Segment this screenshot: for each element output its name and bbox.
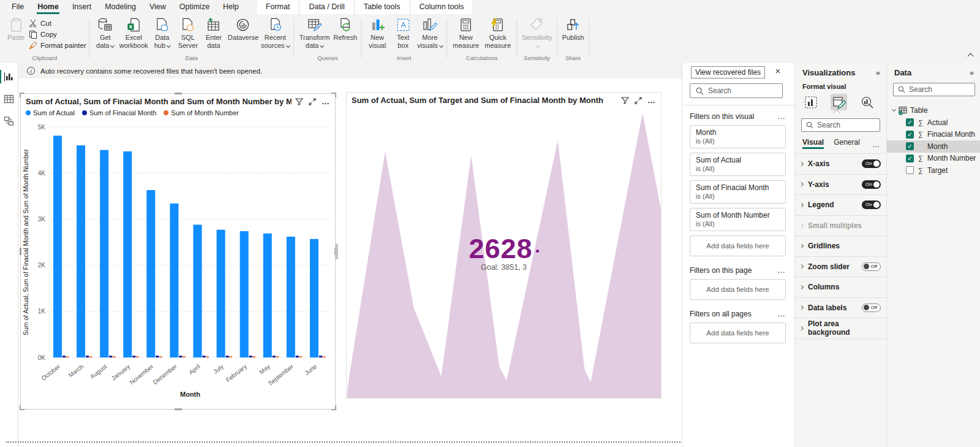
report-canvas[interactable]: Sum of Actual, Sum of Finacial Month and… xyxy=(18,78,682,447)
get-data-button[interactable]: Get data xyxy=(92,14,118,50)
group-label-sensitivity: Sensitivity xyxy=(520,54,554,63)
data-labels-toggle[interactable]: Off xyxy=(862,304,881,312)
tab-column-tools[interactable]: Column tools xyxy=(411,0,473,14)
dataverse-button[interactable]: Dataverse xyxy=(227,14,260,42)
new-visual-button[interactable]: New visual xyxy=(364,14,390,50)
field-month[interactable]: ✓ Month xyxy=(887,140,980,153)
analytics-icon[interactable] xyxy=(859,94,875,110)
tab-modeling[interactable]: Modeling xyxy=(98,0,143,14)
close-icon[interactable]: × xyxy=(772,66,783,76)
format-row-plot-area-background[interactable]: Plot area background xyxy=(795,318,886,339)
selection-handle[interactable] xyxy=(331,93,336,97)
format-row-x-axis[interactable]: X-axis On xyxy=(795,154,886,175)
tab-table-tools[interactable]: Table tools xyxy=(355,0,409,14)
format-painter-button[interactable]: Format painter xyxy=(29,41,86,50)
collapse-ribbon-icon[interactable] xyxy=(968,53,974,59)
selection-handle[interactable] xyxy=(20,405,24,410)
format-row-gridlines[interactable]: Gridlines xyxy=(795,236,886,257)
more-options-icon[interactable]: … xyxy=(872,140,880,149)
more-options-icon[interactable]: … xyxy=(777,268,786,273)
field-finacial-month[interactable]: ✓ ∑ Finacial Month xyxy=(887,129,980,141)
build-visual-icon[interactable] xyxy=(802,94,819,110)
view-recovered-files-button[interactable]: View recovered files xyxy=(691,66,765,78)
publish-button[interactable]: Publish xyxy=(560,14,586,42)
field-actual[interactable]: ✓ ∑ Actual xyxy=(887,117,980,129)
recent-sources-button[interactable]: Recent sources xyxy=(260,14,291,50)
checkbox-checked-icon[interactable]: ✓ xyxy=(906,131,914,139)
checkbox-unchecked-icon[interactable] xyxy=(906,166,914,174)
transform-data-button[interactable]: Transform data xyxy=(297,14,333,50)
format-row-zoom-slider[interactable]: Zoom slider Off xyxy=(795,257,886,278)
selection-handle[interactable] xyxy=(175,408,182,410)
filter-card-sum-of-actual[interactable]: Sum of Actual is (All) xyxy=(690,153,786,176)
format-row-y-axis[interactable]: Y-axis On xyxy=(795,175,886,196)
tab-general[interactable]: General xyxy=(834,138,860,149)
format-search-input[interactable]: Search xyxy=(801,118,880,132)
tab-visual[interactable]: Visual xyxy=(802,138,824,149)
visual-resize-grip[interactable] xyxy=(335,243,338,259)
format-row-data-labels[interactable]: Data labels Off xyxy=(795,298,886,319)
text-box-button[interactable]: A Text box xyxy=(390,14,416,50)
add-data-fields-dropzone[interactable]: Add data fields here xyxy=(690,279,786,300)
sidebar-item-report-view[interactable] xyxy=(0,68,18,85)
visualizations-pane: Visualizations » Format visual Search Vi… xyxy=(794,63,886,447)
bar-chart-visual[interactable]: Sum of Actual, Sum of Finacial Month and… xyxy=(20,93,336,410)
enter-data-button[interactable]: Enter data xyxy=(201,14,227,50)
selection-handle[interactable] xyxy=(20,93,24,97)
focus-mode-icon[interactable] xyxy=(309,98,316,105)
data-search-input[interactable]: Search xyxy=(893,83,975,96)
checkbox-checked-icon[interactable]: ✓ xyxy=(906,142,914,150)
add-data-fields-dropzone[interactable]: Add data fields here xyxy=(690,323,786,343)
data-hub-button[interactable]: Data hub xyxy=(149,14,175,50)
filter-card-month[interactable]: Month is (All) xyxy=(690,125,786,148)
sql-server-button[interactable]: SQL Server xyxy=(175,14,201,50)
filter-card-sum-of-month-number[interactable]: Sum of Month Number is (All) xyxy=(690,208,786,231)
new-measure-button[interactable]: New measure xyxy=(450,14,482,50)
tab-help[interactable]: Help xyxy=(216,0,246,14)
tab-optimize[interactable]: Optimize xyxy=(173,0,216,14)
excel-workbook-button[interactable]: Excel workbook xyxy=(118,14,149,50)
selection-handle[interactable] xyxy=(175,93,182,94)
filters-search-input[interactable]: Search xyxy=(690,83,783,98)
filter-icon[interactable] xyxy=(295,98,303,105)
kpi-visual[interactable]: Sum of Actual, Sum of Target and Sum of … xyxy=(346,92,662,399)
more-options-icon[interactable]: … xyxy=(322,99,330,104)
checkbox-checked-icon[interactable]: ✓ xyxy=(906,155,914,162)
more-options-icon[interactable]: … xyxy=(777,311,786,316)
selection-handle[interactable] xyxy=(331,405,336,410)
field-target[interactable]: ∑ Target xyxy=(887,164,980,177)
quick-measure-button[interactable]: Quick measure xyxy=(482,14,514,50)
sidebar-item-data-view[interactable] xyxy=(0,90,18,107)
tab-data-drill[interactable]: Data / Drill xyxy=(300,0,353,14)
copy-button[interactable]: Copy xyxy=(29,30,86,39)
x-axis-toggle[interactable]: On xyxy=(862,159,881,168)
focus-mode-icon[interactable] xyxy=(635,97,642,104)
collapse-pane-icon[interactable]: » xyxy=(970,68,974,77)
format-visual-icon[interactable] xyxy=(831,94,847,110)
tab-format[interactable]: Format xyxy=(257,0,299,14)
chevron-down-icon[interactable] xyxy=(892,107,896,112)
checkbox-checked-icon[interactable]: ✓ xyxy=(906,118,914,126)
more-visuals-button[interactable]: More visuals xyxy=(416,14,444,50)
zoom-slider-toggle[interactable]: Off xyxy=(862,262,881,271)
more-options-icon[interactable]: … xyxy=(647,98,656,103)
format-row-columns[interactable]: Columns xyxy=(795,277,886,298)
tab-insert[interactable]: Insert xyxy=(66,0,98,14)
filter-icon[interactable] xyxy=(621,97,629,104)
collapse-pane-icon[interactable]: » xyxy=(876,68,880,77)
selection-handle[interactable] xyxy=(20,248,21,255)
table-node[interactable]: Table xyxy=(887,104,980,117)
format-row-legend[interactable]: Legend On xyxy=(795,195,886,216)
tab-home[interactable]: Home xyxy=(31,0,66,14)
filter-card-sum-of-finacial-month[interactable]: Sum of Finacial Month is (All) xyxy=(690,180,786,204)
tab-file[interactable]: File xyxy=(5,0,31,14)
sidebar-item-model-view[interactable] xyxy=(0,112,18,129)
y-axis-toggle[interactable]: On xyxy=(862,180,881,189)
field-month-number[interactable]: ✓ ∑ Month Number xyxy=(887,153,980,165)
legend-toggle[interactable]: On xyxy=(862,201,881,209)
cut-button[interactable]: Cut xyxy=(29,19,86,28)
refresh-button[interactable]: Refresh xyxy=(333,14,359,42)
add-data-fields-dropzone[interactable]: Add data fields here xyxy=(690,235,786,256)
tab-view[interactable]: View xyxy=(143,0,173,14)
more-options-icon[interactable]: … xyxy=(777,114,786,119)
